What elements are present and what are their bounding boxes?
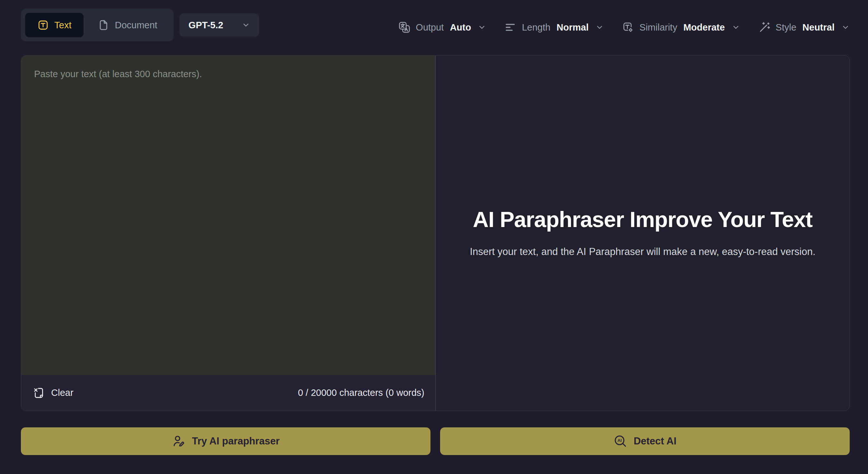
- input-mode-tabs: Text Document: [21, 9, 174, 41]
- clear-button-label: Clear: [51, 387, 73, 398]
- setting-label: Style: [776, 22, 796, 33]
- setting-value: Moderate: [683, 22, 725, 33]
- chevron-down-icon: [478, 23, 486, 31]
- output-language-dropdown[interactable]: Output Auto: [398, 21, 486, 34]
- ai-magnifier-icon: AI: [613, 434, 627, 448]
- text-similarity-icon: [622, 21, 634, 34]
- try-paraphraser-label: Try AI paraphraser: [192, 436, 280, 447]
- setting-value: Auto: [450, 22, 471, 33]
- paraphraser-app: Text Document GPT-5.2: [0, 0, 868, 474]
- similarity-dropdown[interactable]: Similarity Moderate: [622, 21, 740, 34]
- detect-ai-label: Detect AI: [633, 436, 676, 447]
- character-counter: 0 / 20000 characters (0 words): [298, 387, 424, 398]
- paraphraser-panel: Clear 0 / 20000 characters (0 words) AI …: [21, 55, 850, 411]
- editor-footer: Clear 0 / 20000 characters (0 words): [21, 375, 435, 411]
- editor-section: Clear 0 / 20000 characters (0 words): [21, 56, 435, 411]
- length-dropdown[interactable]: Length Normal: [504, 21, 604, 34]
- toolbar-left: Text Document GPT-5.2: [21, 9, 259, 41]
- chevron-down-icon: [242, 21, 250, 29]
- intro-section: AI Paraphraser Improve Your Text Insert …: [436, 56, 849, 411]
- source-text-input[interactable]: [21, 56, 435, 375]
- tab-text-label: Text: [54, 20, 71, 31]
- page-subtitle: Insert your text, and the AI Paraphraser…: [470, 244, 815, 260]
- chevron-down-icon: [841, 23, 850, 31]
- detect-ai-button[interactable]: AI Detect AI: [440, 427, 850, 455]
- setting-value: Neutral: [802, 22, 835, 33]
- chevron-down-icon: [732, 23, 740, 31]
- chevron-down-icon: [595, 23, 604, 31]
- paraphrase-settings: Output Auto Length Normal: [398, 21, 850, 34]
- page-title: AI Paraphraser Improve Your Text: [473, 207, 812, 233]
- model-select[interactable]: GPT-5.2: [179, 13, 259, 37]
- model-select-value: GPT-5.2: [188, 20, 223, 31]
- tab-document[interactable]: Document: [86, 13, 169, 37]
- setting-label: Length: [522, 22, 550, 33]
- tab-document-label: Document: [115, 20, 157, 31]
- style-dropdown[interactable]: Style Neutral: [758, 21, 850, 34]
- setting-value: Normal: [557, 22, 589, 33]
- text-lines-icon: [504, 21, 517, 34]
- document-icon: [98, 19, 109, 31]
- user-pen-icon: [172, 434, 186, 448]
- setting-label: Similarity: [640, 22, 677, 33]
- action-buttons: Try AI paraphraser AI Detect AI: [21, 427, 850, 455]
- toolbar: Text Document GPT-5.2: [21, 8, 850, 42]
- clear-button[interactable]: Clear: [32, 387, 73, 399]
- translate-icon: [398, 21, 411, 34]
- svg-text:AI: AI: [618, 438, 622, 443]
- setting-label: Output: [416, 22, 444, 33]
- clear-document-icon: [32, 387, 45, 399]
- text-icon: [37, 19, 49, 31]
- tab-text[interactable]: Text: [25, 13, 84, 37]
- try-paraphraser-button[interactable]: Try AI paraphraser: [21, 427, 431, 455]
- magic-wand-icon: [758, 21, 771, 34]
